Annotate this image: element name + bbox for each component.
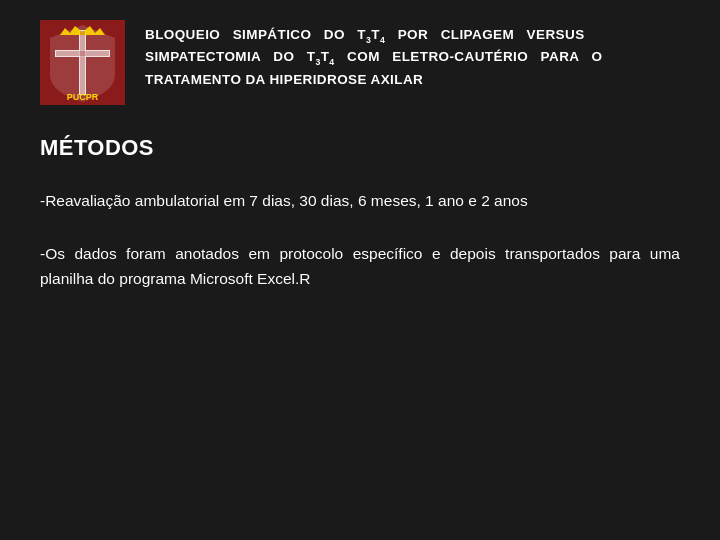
pucpr-logo: PUCPR [40, 20, 125, 105]
svg-rect-6 [56, 51, 109, 56]
svg-rect-5 [80, 31, 85, 94]
header: PUCPR BLOQUEIO SIMPÁTICO DO T3T4 POR CLI… [40, 20, 680, 105]
slide: PUCPR BLOQUEIO SIMPÁTICO DO T3T4 POR CLI… [0, 0, 720, 540]
bullet-item-2: -Os dados foram anotados em protocolo es… [40, 242, 680, 292]
section-title: MÉTODOS [40, 135, 680, 161]
title-area: BLOQUEIO SIMPÁTICO DO T3T4 POR CLIPAGEM … [145, 20, 602, 91]
bullet-item-1: -Reavaliação ambulatorial em 7 dias, 30 … [40, 189, 680, 214]
slide-title: BLOQUEIO SIMPÁTICO DO T3T4 POR CLIPAGEM … [145, 25, 602, 91]
main-content: MÉTODOS -Reavaliação ambulatorial em 7 d… [40, 135, 680, 510]
bullet-text-1: -Reavaliação ambulatorial em 7 dias, 30 … [40, 192, 528, 209]
bullet-text-2: -Os dados foram anotados em protocolo es… [40, 245, 680, 287]
logo-container: PUCPR [40, 20, 125, 105]
